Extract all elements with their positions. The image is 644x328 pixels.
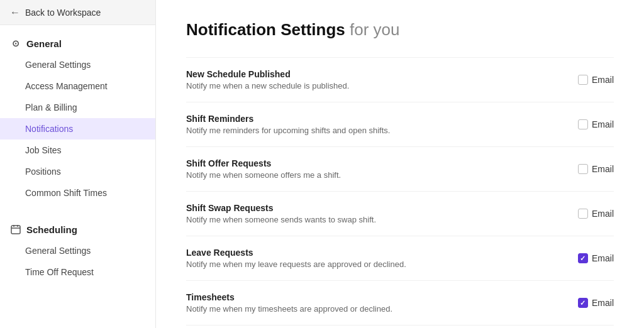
sidebar-item-sched-general-settings[interactable]: General Settings	[0, 240, 155, 261]
general-section: ⊙ General General Settings Access Manage…	[0, 25, 155, 211]
scheduling-icon	[10, 224, 21, 235]
general-icon: ⊙	[10, 38, 21, 49]
notification-title-shift-swap: Shift Swap Requests	[186, 203, 376, 213]
email-label-shift-swap: Email	[592, 209, 614, 219]
back-to-workspace-button[interactable]: ← Back to Workspace	[0, 0, 155, 25]
email-checkbox-wrap-timesheets: Email	[578, 298, 614, 308]
notification-text-new-schedule: New Schedule Published Notify me when a …	[186, 69, 349, 90]
notification-desc-leave-requests: Notify me when my leave requests are app…	[186, 260, 406, 269]
notification-title-shift-reminders: Shift Reminders	[186, 114, 390, 124]
page-title-bold: Notification Settings	[186, 20, 345, 39]
scheduling-section-label: Scheduling	[26, 224, 77, 235]
notification-control-new-schedule: Email	[564, 75, 614, 85]
notification-desc-timesheets: Notify me when my timesheets are approve…	[186, 304, 392, 314]
notification-title-new-schedule: New Schedule Published	[186, 69, 349, 79]
page-title-light: for you	[350, 20, 400, 39]
notification-row-timesheets: Timesheets Notify me when my timesheets …	[186, 281, 614, 325]
notification-row-shift-offer: Shift Offer Requests Notify me when some…	[186, 147, 614, 192]
email-checkbox-shift-swap[interactable]	[578, 209, 588, 219]
notification-control-shift-reminders: Email	[564, 119, 614, 129]
scheduling-section-header: Scheduling	[0, 219, 155, 240]
email-checkbox-shift-offer[interactable]	[578, 164, 588, 174]
notification-text-shift-swap: Shift Swap Requests Notify me when someo…	[186, 203, 376, 224]
notification-control-shift-swap: Email	[564, 209, 614, 219]
email-checkbox-wrap-new-schedule: Email	[578, 75, 614, 85]
back-to-workspace-label: Back to Workspace	[25, 8, 101, 18]
general-section-label: General	[26, 38, 62, 49]
notification-control-leave-requests: Email	[564, 253, 614, 263]
email-label-shift-offer: Email	[592, 164, 614, 174]
notification-desc-shift-offer: Notify me when someone offers me a shift…	[186, 170, 341, 180]
notification-title-timesheets: Timesheets	[186, 292, 392, 302]
email-checkbox-timesheets[interactable]	[578, 298, 588, 308]
scheduling-section: Scheduling General Settings Time Off Req…	[0, 211, 155, 290]
notification-row-new-schedule: New Schedule Published Notify me when a …	[186, 57, 614, 102]
notification-desc-shift-reminders: Notify me reminders for upcoming shifts …	[186, 126, 390, 135]
notification-desc-new-schedule: Notify me when a new schedule is publish…	[186, 81, 349, 90]
sidebar-item-plan-billing[interactable]: Plan & Billing	[0, 97, 155, 118]
email-checkbox-shift-reminders[interactable]	[578, 119, 588, 129]
sidebar-item-general-settings[interactable]: General Settings	[0, 54, 155, 75]
back-arrow-icon: ←	[10, 7, 20, 18]
notification-control-shift-offer: Email	[564, 164, 614, 174]
general-section-header: ⊙ General	[0, 33, 155, 54]
notification-desc-shift-swap: Notify me when someone sends wants to sw…	[186, 215, 376, 224]
email-checkbox-wrap-shift-offer: Email	[578, 164, 614, 174]
main-content: Notification Settings for you New Schedu…	[156, 0, 644, 328]
sidebar: ← Back to Workspace ⊙ General General Se…	[0, 0, 156, 328]
sidebar-item-job-sites[interactable]: Job Sites	[0, 139, 155, 161]
notification-text-shift-offer: Shift Offer Requests Notify me when some…	[186, 158, 341, 180]
svg-rect-0	[11, 226, 20, 234]
notification-list: New Schedule Published Notify me when a …	[186, 57, 614, 325]
sidebar-item-positions[interactable]: Positions	[0, 161, 155, 182]
notification-row-shift-reminders: Shift Reminders Notify me reminders for …	[186, 102, 614, 147]
email-label-timesheets: Email	[592, 298, 614, 308]
email-checkbox-new-schedule[interactable]	[578, 75, 588, 85]
email-label-leave-requests: Email	[592, 253, 614, 263]
email-checkbox-wrap-leave-requests: Email	[578, 253, 614, 263]
email-checkbox-leave-requests[interactable]	[578, 253, 588, 263]
notification-title-leave-requests: Leave Requests	[186, 248, 406, 258]
sidebar-item-common-shift-times[interactable]: Common Shift Times	[0, 182, 155, 204]
notification-row-shift-swap: Shift Swap Requests Notify me when someo…	[186, 192, 614, 236]
notification-text-leave-requests: Leave Requests Notify me when my leave r…	[186, 248, 406, 269]
email-label-shift-reminders: Email	[592, 119, 614, 129]
notification-text-timesheets: Timesheets Notify me when my timesheets …	[186, 292, 392, 314]
email-checkbox-wrap-shift-swap: Email	[578, 209, 614, 219]
notification-control-timesheets: Email	[564, 298, 614, 308]
notification-text-shift-reminders: Shift Reminders Notify me reminders for …	[186, 114, 390, 135]
page-title: Notification Settings for you	[186, 20, 614, 40]
sidebar-item-notifications[interactable]: Notifications	[0, 118, 155, 139]
sidebar-item-access-management[interactable]: Access Management	[0, 75, 155, 97]
notification-title-shift-offer: Shift Offer Requests	[186, 158, 341, 168]
notification-row-leave-requests: Leave Requests Notify me when my leave r…	[186, 236, 614, 281]
sidebar-item-time-off-request[interactable]: Time Off Request	[0, 261, 155, 283]
email-checkbox-wrap-shift-reminders: Email	[578, 119, 614, 129]
email-label-new-schedule: Email	[592, 75, 614, 85]
